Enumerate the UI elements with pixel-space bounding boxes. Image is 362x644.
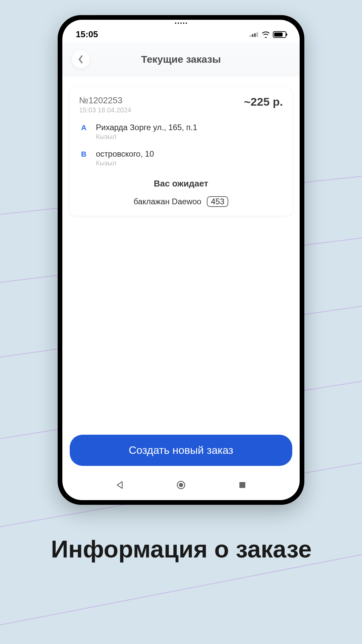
route-city-b: Кызыл bbox=[96, 159, 154, 167]
order-number: №1202253 bbox=[79, 95, 131, 106]
promo-caption: Информация о заказе bbox=[51, 530, 312, 569]
app-header: Текущие заказы bbox=[62, 42, 300, 76]
route-letter-a: A bbox=[79, 123, 88, 132]
route-address-a: Рихарда Зорге ул., 165, п.1 bbox=[96, 123, 197, 132]
notch-dots bbox=[175, 22, 187, 24]
content-area: №1202253 15:03 18.04.2024 ~225 р. A Риха… bbox=[62, 76, 300, 473]
page-title: Текущие заказы bbox=[72, 54, 290, 65]
order-timestamp: 15:03 18.04.2024 bbox=[79, 106, 131, 114]
phone-frame: 15:05 Текущие заказы bbox=[58, 15, 304, 505]
vehicle-desc: баклажан Daewoo bbox=[134, 197, 201, 206]
order-card[interactable]: №1202253 15:03 18.04.2024 ~225 р. A Риха… bbox=[70, 87, 292, 216]
status-time: 15:05 bbox=[76, 29, 98, 40]
phone-screen: 15:05 Текущие заказы bbox=[62, 20, 300, 500]
status-indicators bbox=[249, 31, 286, 38]
vehicle-info: баклажан Daewoo 453 bbox=[79, 196, 283, 207]
svg-rect-2 bbox=[239, 482, 245, 488]
svg-point-1 bbox=[179, 483, 183, 487]
route-point-b: B островского, 10 Кызыл bbox=[79, 149, 283, 167]
order-price: ~225 р. bbox=[244, 95, 283, 108]
nav-recent-icon[interactable] bbox=[237, 480, 247, 490]
route-point-a: A Рихарда Зорге ул., 165, п.1 Кызыл bbox=[79, 123, 283, 141]
android-nav-bar bbox=[62, 473, 300, 500]
vehicle-plate: 453 bbox=[207, 196, 228, 207]
route-letter-b: B bbox=[79, 149, 88, 159]
create-order-button[interactable]: Создать новый заказ bbox=[70, 435, 292, 466]
nav-home-icon[interactable] bbox=[176, 480, 186, 490]
wifi-icon bbox=[261, 31, 270, 38]
waiting-label: Вас ожидает bbox=[79, 178, 283, 189]
signal-icon bbox=[249, 32, 259, 37]
order-card-header: №1202253 15:03 18.04.2024 ~225 р. bbox=[79, 95, 283, 114]
battery-icon bbox=[273, 31, 286, 38]
nav-back-icon[interactable] bbox=[115, 480, 125, 490]
route-address-b: островского, 10 bbox=[96, 149, 154, 159]
route-city-a: Кызыл bbox=[96, 133, 197, 141]
